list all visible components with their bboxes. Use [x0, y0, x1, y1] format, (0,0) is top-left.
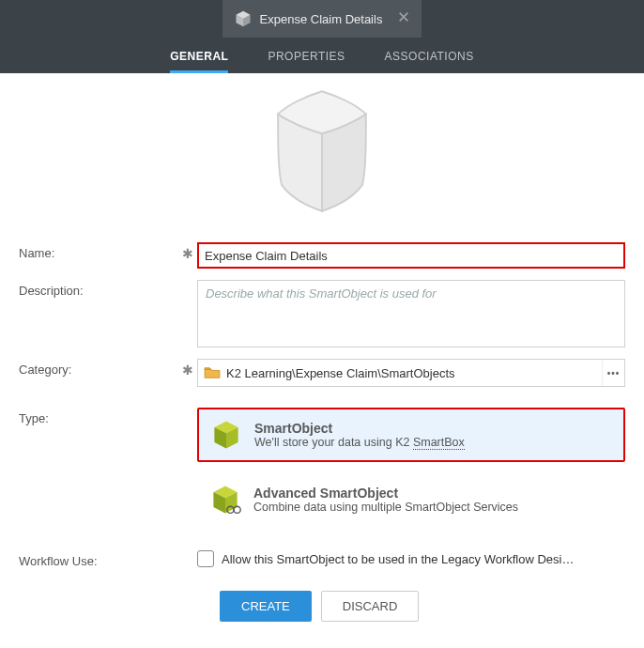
window-title-tab: Expense Claim Details [222, 0, 422, 38]
smartobject-cube-icon [252, 81, 392, 222]
form: Name: ✱ Description: Category: ✱ K [0, 233, 644, 640]
svg-point-1 [234, 506, 240, 513]
smartobject-icon [209, 418, 243, 452]
type-label: Type: [19, 408, 182, 425]
category-browse-button[interactable]: ••• [602, 360, 624, 386]
type-smartobject-subtitle: We'll store your data using K2 SmartBox [254, 436, 465, 449]
folder-icon [204, 366, 221, 379]
row-name: Name: ✱ [19, 237, 625, 274]
description-input[interactable] [197, 280, 625, 347]
create-button[interactable]: CREATE [220, 591, 312, 622]
cube-icon [234, 9, 253, 28]
window-header: Expense Claim Details [0, 0, 644, 38]
workflow-use-checkbox-label: Allow this SmartObject to be used in the… [222, 552, 574, 566]
required-star-icon: ✱ [182, 246, 192, 261]
tab-bar: GENERAL PROPERTIES ASSOCIATIONS [0, 38, 644, 73]
discard-button[interactable]: DISCARD [321, 591, 420, 622]
type-option-smartobject[interactable]: SmartObject We'll store your data using … [197, 408, 625, 462]
advanced-smartobject-icon [208, 483, 242, 517]
row-description: Description: [19, 274, 625, 353]
button-row: CREATE DISCARD [220, 591, 625, 622]
name-input[interactable] [197, 242, 625, 269]
type-smartobject-sub-link: SmartBox [413, 436, 465, 450]
category-picker[interactable]: K2 Learning\Expense Claim\SmartObjects •… [197, 359, 625, 387]
tab-properties[interactable]: PROPERTIES [268, 40, 345, 73]
required-star-icon: ✱ [182, 363, 192, 378]
close-icon[interactable] [397, 10, 410, 27]
workflow-use-checkbox[interactable] [197, 550, 214, 567]
type-option-advanced[interactable]: Advanced SmartObject Combine data using … [197, 473, 625, 526]
row-type: Type: SmartObject [19, 402, 625, 532]
row-workflow-use: Workflow Use: Allow this SmartObject to … [19, 545, 625, 574]
type-advanced-title: Advanced SmartObject [253, 486, 518, 501]
description-label: Description: [19, 280, 182, 298]
type-advanced-subtitle: Combine data using multiple SmartObject … [253, 501, 518, 514]
name-label: Name: [19, 242, 182, 260]
row-category: Category: ✱ K2 Learning\Expense Claim\Sm… [19, 353, 625, 393]
tab-general[interactable]: GENERAL [170, 40, 228, 73]
type-smartobject-title: SmartObject [254, 421, 465, 436]
category-value: K2 Learning\Expense Claim\SmartObjects [226, 366, 602, 380]
content-area: Name: ✱ Description: Category: ✱ K [0, 73, 644, 640]
window-title: Expense Claim Details [260, 12, 383, 26]
workflow-label: Workflow Use: [19, 550, 182, 568]
tab-associations[interactable]: ASSOCIATIONS [385, 40, 474, 73]
illustration-wrap [0, 73, 644, 233]
category-label: Category: [19, 359, 182, 377]
type-smartobject-sub-prefix: We'll store your data using K2 [254, 436, 413, 449]
